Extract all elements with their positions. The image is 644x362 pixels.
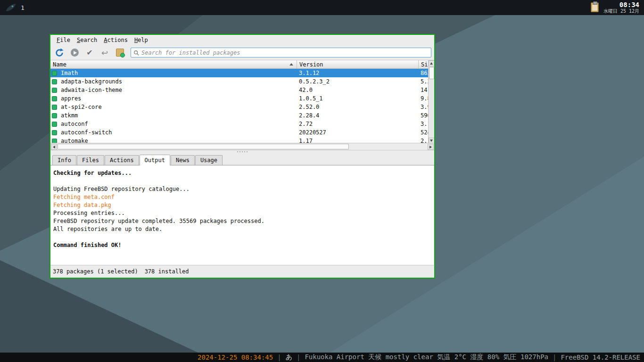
package-name: appres bbox=[61, 95, 81, 102]
clipboard-tray-icon[interactable] bbox=[591, 2, 599, 12]
play-icon bbox=[71, 49, 79, 57]
package-icon bbox=[52, 130, 57, 135]
search-field bbox=[131, 48, 431, 58]
output-line: Fetching meta.conf bbox=[53, 193, 432, 201]
scroll-down-button[interactable] bbox=[429, 138, 435, 143]
package-icon bbox=[52, 105, 57, 110]
package-name-cell: adwaita-icon-theme bbox=[50, 87, 297, 93]
tab-output[interactable]: Output bbox=[140, 155, 170, 165]
horizontal-scrollbar[interactable] bbox=[50, 143, 434, 150]
installed-count-text: 378 installed bbox=[145, 268, 189, 275]
output-line bbox=[53, 177, 432, 185]
package-name: automake bbox=[61, 138, 88, 143]
column-header-name[interactable]: Name bbox=[50, 60, 297, 68]
statusbar-segment: Fukuoka Airport 天候 mostly clear 気温 2°C 湿… bbox=[305, 353, 548, 362]
toolbar: ✔ ↩ bbox=[50, 45, 434, 60]
column-header-name-label: Name bbox=[53, 61, 66, 68]
package-icon bbox=[52, 139, 57, 144]
table-row[interactable]: at-spi2-core2.52.03.9 bbox=[50, 103, 434, 111]
package-version-cell: 2.72 bbox=[297, 121, 419, 127]
refresh-button[interactable] bbox=[53, 47, 66, 59]
wm-logo-icon bbox=[5, 2, 17, 13]
package-name: autoconf-switch bbox=[61, 129, 112, 136]
package-name-cell: automake bbox=[50, 138, 297, 143]
package-version-cell: 0.5.2.3_2 bbox=[297, 78, 419, 85]
apply-button[interactable]: ✔ bbox=[83, 47, 96, 59]
output-line: Checking for updates... bbox=[53, 169, 432, 177]
package-version-cell: 2.28.4 bbox=[297, 112, 419, 119]
installed-packages-filter-button[interactable] bbox=[114, 47, 126, 59]
package-table: Name Version Siz Imath3.1.12863adapta-ba… bbox=[50, 60, 434, 143]
statusbar-segment: | bbox=[297, 354, 300, 361]
output-line: All repositories are up to date. bbox=[53, 225, 432, 233]
package-version-cell: 20220527 bbox=[297, 129, 419, 136]
package-version-cell: 2.52.0 bbox=[297, 104, 419, 110]
workspace-indicator[interactable]: 1 bbox=[21, 4, 25, 11]
undo-button[interactable]: ↩ bbox=[99, 47, 111, 59]
table-row[interactable]: atkmm2.28.4596 bbox=[50, 111, 434, 120]
scroll-up-button[interactable] bbox=[429, 60, 435, 66]
bottom-status-bar: 2024-12-25 08:34:45|あ|Fukuoka Airport 天候… bbox=[0, 353, 644, 362]
run-transaction-button[interactable] bbox=[68, 47, 81, 59]
package-manager-window: FileSearchActionsHelp ✔ ↩ bbox=[50, 34, 435, 279]
table-row[interactable]: autoconf-switch20220527524 bbox=[50, 128, 434, 137]
top-panel: 1 08:34 水曜日 25 12月 bbox=[0, 0, 644, 15]
output-line: FreeBSD repository update completed. 355… bbox=[53, 217, 432, 225]
output-line: Processing entries... bbox=[53, 209, 432, 217]
statusbar-segment: あ bbox=[286, 353, 292, 362]
table-row[interactable]: appres1.0.5_19.8 bbox=[50, 94, 434, 103]
package-icon bbox=[52, 122, 57, 127]
table-row[interactable]: autoconf2.723.1 bbox=[50, 120, 434, 128]
clock-time: 08:34 bbox=[619, 1, 639, 8]
search-input[interactable] bbox=[141, 48, 429, 57]
package-icon bbox=[52, 79, 57, 84]
tab-info[interactable]: Info bbox=[52, 155, 76, 165]
tab-actions[interactable]: Actions bbox=[105, 155, 139, 165]
horizontal-scrollbar-thumb[interactable] bbox=[58, 144, 349, 149]
package-name: adapta-backgrounds bbox=[61, 78, 122, 85]
search-icon bbox=[133, 50, 139, 56]
vertical-scrollbar[interactable] bbox=[428, 60, 434, 143]
menu-actions[interactable]: Actions bbox=[100, 36, 131, 44]
menu-bar: FileSearchActionsHelp bbox=[50, 35, 434, 45]
refresh-icon bbox=[55, 48, 64, 58]
package-name: at-spi2-core bbox=[61, 104, 102, 110]
clock-date: 水曜日 25 12月 bbox=[603, 8, 639, 14]
tab-files[interactable]: Files bbox=[77, 155, 104, 165]
sort-ascending-icon bbox=[289, 63, 293, 66]
menu-file[interactable]: File bbox=[53, 36, 74, 44]
output-panel: Checking for updates... Updating FreeBSD… bbox=[50, 165, 434, 265]
package-version-cell: 1.0.5_1 bbox=[297, 95, 419, 102]
packages-count-text: 378 packages (1 selected) bbox=[53, 268, 138, 275]
statusbar-segment: FreeBSD 14.2-RELEASE bbox=[561, 354, 640, 361]
package-name-cell: autoconf bbox=[50, 121, 297, 127]
package-icon bbox=[52, 88, 57, 93]
column-header-version[interactable]: Version bbox=[297, 60, 419, 68]
package-name-cell: Imath bbox=[50, 70, 297, 76]
table-row[interactable]: Imath3.1.12863 bbox=[50, 69, 434, 77]
statusbar-segment: | bbox=[277, 354, 281, 361]
package-table-body: Imath3.1.12863adapta-backgrounds0.5.2.3_… bbox=[50, 69, 434, 143]
package-name: adwaita-icon-theme bbox=[61, 87, 122, 93]
package-name-cell: autoconf-switch bbox=[50, 129, 297, 136]
table-row[interactable]: automake1.172.1 bbox=[50, 137, 434, 143]
output-line: Command finished OK! bbox=[53, 241, 432, 249]
table-row[interactable]: adapta-backgrounds0.5.2.3_25.3 bbox=[50, 77, 434, 86]
tab-news[interactable]: News bbox=[171, 155, 195, 165]
menu-help[interactable]: Help bbox=[131, 36, 151, 44]
column-header-version-label: Version bbox=[299, 61, 323, 68]
scroll-right-button[interactable] bbox=[428, 144, 434, 150]
package-name-cell: atkmm bbox=[50, 112, 297, 119]
package-name-cell: adapta-backgrounds bbox=[50, 78, 297, 85]
package-name-cell: appres bbox=[50, 95, 297, 102]
package-icon bbox=[52, 71, 57, 76]
menu-search[interactable]: Search bbox=[74, 36, 100, 44]
scroll-left-button[interactable] bbox=[51, 144, 57, 150]
vertical-scrollbar-thumb[interactable] bbox=[429, 67, 434, 79]
table-row[interactable]: adwaita-icon-theme42.014. bbox=[50, 86, 434, 94]
tab-usage[interactable]: Usage bbox=[195, 155, 223, 165]
clock: 08:34 水曜日 25 12月 bbox=[603, 1, 641, 14]
window-status-bar: 378 packages (1 selected) 378 installed bbox=[50, 265, 434, 278]
output-line: Fetching data.pkg bbox=[53, 201, 432, 209]
output-line: Updating FreeBSD repository catalogue... bbox=[53, 185, 432, 193]
